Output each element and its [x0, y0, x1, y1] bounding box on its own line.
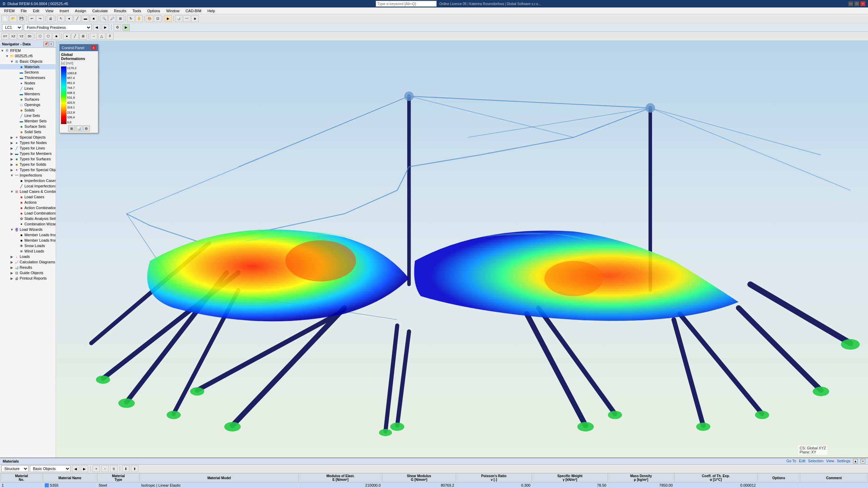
- nav-item-surface-sets[interactable]: ■ Surface Sets: [0, 124, 56, 129]
- menu-item-help[interactable]: Help: [205, 8, 218, 14]
- zoom-all-button[interactable]: ⊞: [117, 15, 124, 22]
- loadcase-name-select[interactable]: Form-Finding Prestress: [24, 24, 92, 31]
- lc-run-button[interactable]: ▶: [122, 24, 130, 31]
- lc-settings-button[interactable]: ⚙: [114, 24, 121, 31]
- export-button[interactable]: ⬆: [131, 465, 138, 472]
- maximize-button[interactable]: □: [854, 1, 859, 6]
- delete-row-button[interactable]: −: [101, 465, 109, 472]
- filter-objects-select[interactable]: Basic Objects: [30, 465, 71, 472]
- view-yz-button[interactable]: YZ: [18, 33, 25, 40]
- deformation-button[interactable]: 〰: [183, 15, 191, 22]
- viewport[interactable]: Control Panel × Global Deformations [u] …: [56, 41, 868, 458]
- nav-item-load-wizards[interactable]: ▼ 🔮 Load Wizards: [0, 227, 56, 232]
- view-xz-button[interactable]: XZ: [9, 33, 17, 40]
- render-button[interactable]: 🎨: [146, 15, 153, 22]
- nav-item-load-cases-item[interactable]: ■ Load Cases: [0, 194, 56, 200]
- cp-table-button[interactable]: ⊞: [68, 125, 75, 131]
- display-supports-button[interactable]: △: [98, 33, 105, 40]
- nav-item-types-nodes[interactable]: ▶ ● Types for Nodes: [0, 140, 56, 145]
- menu-item-assign[interactable]: Assign: [72, 8, 89, 14]
- control-panel-close-button[interactable]: ×: [91, 45, 96, 50]
- menu-item-tools[interactable]: Tools: [130, 8, 144, 14]
- filter-back-button[interactable]: ◀: [72, 465, 79, 472]
- nav-item-printout-reports[interactable]: ▶ 🖨 Printout Reports: [0, 276, 56, 281]
- nav-item-load-cases-comb[interactable]: ▼ ⊞ Load Cases & Combinations: [0, 189, 56, 194]
- navigator-close-button[interactable]: ×: [49, 42, 54, 46]
- cp-settings-button[interactable]: ⚙: [83, 125, 90, 131]
- nav-item-snow-loads[interactable]: ❄ Snow Loads: [0, 243, 56, 248]
- nav-item-special-objects[interactable]: ▶ ✦ Special Objects: [0, 135, 56, 140]
- save-button[interactable]: 💾: [18, 15, 25, 22]
- selection-link[interactable]: Selection: [808, 459, 823, 464]
- open-button[interactable]: 📂: [9, 15, 17, 22]
- view-solid-button[interactable]: ■: [53, 33, 60, 40]
- redo-button[interactable]: ↪: [36, 15, 44, 22]
- print-button[interactable]: 🖨: [47, 15, 54, 22]
- menu-item-calculate[interactable]: Calculate: [90, 8, 111, 14]
- view-perspective-button[interactable]: ⬡: [36, 33, 44, 40]
- display-loads-button[interactable]: →: [90, 33, 97, 40]
- filter-fwd-button[interactable]: ▶: [81, 465, 88, 472]
- nav-item-types-special[interactable]: ▶ ✦ Types for Special Objects: [0, 167, 56, 172]
- nav-item-imperfection-cases[interactable]: ■ Imperfection Cases: [0, 178, 56, 183]
- minimize-button[interactable]: —: [848, 1, 853, 6]
- snap-grid-button[interactable]: ⊞: [79, 33, 87, 40]
- table-row[interactable]: 1 S355 Steel Isotropic | Linear Elastic …: [0, 483, 868, 488]
- navigator-pin-button[interactable]: 📌: [43, 42, 48, 46]
- nav-item-surfaces[interactable]: ■ Surfaces: [0, 97, 56, 102]
- menu-item-edit[interactable]: Edit: [30, 8, 42, 14]
- nav-item-solids[interactable]: ■ Solids: [0, 107, 56, 113]
- nav-item-line-sets[interactable]: ╱ Line Sets: [0, 113, 56, 118]
- loadcase-number-select[interactable]: LC1: [2, 24, 22, 31]
- menu-item-view[interactable]: View: [43, 8, 56, 14]
- nav-item-results[interactable]: ▶ 📊 Results: [0, 265, 56, 270]
- close-button[interactable]: ×: [861, 1, 865, 6]
- menu-item-file[interactable]: File: [18, 8, 29, 14]
- surface-button[interactable]: ■: [90, 15, 97, 22]
- new-button[interactable]: 📄: [1, 15, 9, 22]
- nav-item-local-imperfections[interactable]: ╱ Local Imperfections: [0, 183, 56, 189]
- line-button[interactable]: ╱: [74, 15, 81, 22]
- nav-item-static-analysis[interactable]: ⚙ Static Analysis Settings: [0, 216, 56, 221]
- nav-item-load-combinations[interactable]: ■ Load Combinations: [0, 210, 56, 216]
- pan-button[interactable]: ✋: [135, 15, 143, 22]
- menu-item-insert[interactable]: Insert: [57, 8, 72, 14]
- nav-item-rfem[interactable]: ▼ R RFEM: [0, 48, 56, 53]
- nav-item-types-surfaces[interactable]: ▶ ■ Types for Surfaces: [0, 156, 56, 162]
- goto-link[interactable]: Go To: [786, 459, 796, 464]
- nav-item-openings[interactable]: □ Openings: [0, 102, 56, 107]
- nav-item-project[interactable]: ▼ 📁 002525.rf6: [0, 53, 56, 59]
- view-wireframe-button[interactable]: ⬡: [44, 33, 52, 40]
- nav-item-types-members[interactable]: ▶ ▬ Types for Members: [0, 151, 56, 156]
- nav-item-imperfections[interactable]: ▼ 〰 Imperfections: [0, 172, 56, 178]
- menu-item-results[interactable]: Results: [111, 8, 129, 14]
- undo-button[interactable]: ↩: [28, 15, 36, 22]
- nav-item-member-loads-line[interactable]: ■ Member Loads from Free Line Load: [0, 238, 56, 243]
- add-row-button[interactable]: +: [93, 465, 100, 472]
- nav-item-actions[interactable]: ■ Actions: [0, 200, 56, 205]
- nav-item-members[interactable]: ▬ Members: [0, 91, 56, 97]
- prev-lc-button[interactable]: ◀: [93, 24, 100, 31]
- menu-item-window[interactable]: Window: [163, 8, 182, 14]
- select-button[interactable]: ↖: [57, 15, 65, 22]
- snap-node-button[interactable]: ●: [63, 33, 71, 40]
- nav-item-basic-objects[interactable]: ▼ ⊞ Basic Objects: [0, 59, 56, 64]
- settings-link[interactable]: Settings: [837, 459, 850, 464]
- rotate-button[interactable]: ↻: [127, 15, 135, 22]
- menu-item-rfem[interactable]: RFEM: [1, 8, 17, 14]
- nav-item-sections[interactable]: ▬ Sections: [0, 69, 56, 75]
- nav-item-action-combinations[interactable]: ■ Action Combinations: [0, 205, 56, 210]
- nav-item-lines[interactable]: ╱ Lines: [0, 86, 56, 91]
- next-lc-button[interactable]: ▶: [102, 24, 109, 31]
- nav-item-wind-loads[interactable]: ≋ Wind Loads: [0, 248, 56, 254]
- menu-item-cad-bim[interactable]: CAD-BIM: [183, 8, 204, 14]
- nav-item-types-lines[interactable]: ▶ ╱ Types for Lines: [0, 145, 56, 151]
- nav-item-member-sets[interactable]: ▬ Member Sets: [0, 118, 56, 124]
- results-button[interactable]: 📊: [175, 15, 182, 22]
- view-3d-button[interactable]: 3D: [26, 33, 33, 40]
- nav-item-nodes[interactable]: ● Nodes: [0, 80, 56, 86]
- edit-link[interactable]: Edit: [799, 459, 805, 464]
- control-panel-header[interactable]: Control Panel ×: [60, 44, 98, 51]
- filter-structure-select[interactable]: Structure: [1, 465, 28, 472]
- nav-item-calc-diagrams[interactable]: ▶ 📈 Calculation Diagrams: [0, 259, 56, 265]
